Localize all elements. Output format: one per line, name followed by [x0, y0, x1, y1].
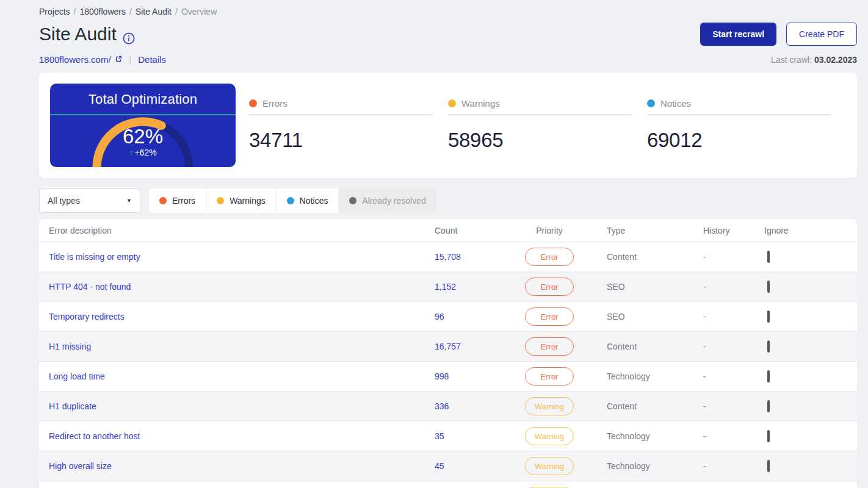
- summary-stats: Errors 34711 Warnings 58965 Notices 6901…: [236, 84, 846, 167]
- type-cell: SEO: [586, 282, 702, 292]
- error-description-link[interactable]: Temporary redirects: [49, 312, 125, 321]
- ignore-checkbox[interactable]: [767, 251, 770, 263]
- count-link[interactable]: 998: [433, 371, 513, 381]
- table-row: HTTP 404 - not found 1,152 Error SEO -: [39, 272, 857, 302]
- history-cell: -: [702, 282, 763, 292]
- error-description-link[interactable]: Redirect to another host: [49, 431, 140, 441]
- breadcrumb-link-projects[interactable]: Projects: [39, 7, 70, 16]
- site-url-text: 1800flowers.com/: [39, 54, 111, 65]
- ignore-checkbox[interactable]: [767, 340, 770, 353]
- tab-warnings[interactable]: Warnings: [206, 188, 277, 213]
- stat-value: 58965: [448, 129, 632, 152]
- history-cell: -: [702, 312, 763, 321]
- up-arrow-icon: ↑: [129, 148, 133, 157]
- type-cell: Technology: [586, 371, 702, 381]
- last-crawl-label: Last crawl:: [771, 55, 812, 65]
- type-cell: Technology: [586, 461, 702, 471]
- stat-dot-icon: [647, 99, 655, 107]
- external-link-icon: [115, 54, 123, 65]
- details-link[interactable]: Details: [138, 54, 166, 65]
- stat-label: Errors: [262, 98, 288, 109]
- error-description-link[interactable]: H1 missing: [49, 342, 91, 351]
- chevron-down-icon: ▼: [126, 198, 132, 204]
- ignore-checkbox[interactable]: [767, 370, 770, 382]
- error-description-link[interactable]: Title is missing or empty: [49, 252, 140, 262]
- type-filter-dropdown[interactable]: All types ▼: [39, 188, 140, 213]
- breadcrumb: Projects/1800flowers/Site Audit/Overview: [39, 0, 857, 16]
- error-description-link[interactable]: Long load time: [49, 371, 105, 381]
- info-icon[interactable]: [123, 28, 135, 40]
- stat-label: Warnings: [461, 98, 500, 109]
- breadcrumb-link-site-audit[interactable]: Site Audit: [136, 7, 172, 16]
- tab-label: Warnings: [230, 196, 266, 206]
- table-row: Temporary redirects 96 Error SEO -: [39, 302, 857, 332]
- count-link[interactable]: 35: [433, 431, 513, 441]
- table-row: Warning: [39, 481, 857, 488]
- history-cell: -: [702, 431, 763, 441]
- breadcrumb-separator: /: [129, 7, 132, 16]
- column-header-error-description: Error description: [39, 226, 433, 235]
- priority-badge: Error: [525, 337, 574, 356]
- gauge-delta-value: +62%: [134, 148, 156, 157]
- stat-dot-icon: [448, 99, 456, 107]
- column-header-ignore: Ignore: [763, 226, 857, 235]
- page-title: Site Audit: [39, 24, 135, 45]
- count-link[interactable]: 96: [433, 312, 513, 321]
- error-description-link[interactable]: HTTP 404 - not found: [49, 282, 131, 292]
- error-description-link[interactable]: High overall size: [49, 461, 112, 471]
- breadcrumb-separator: /: [175, 7, 178, 16]
- summary-card: Total Optimization 62% ↑+62% Errors 3471…: [39, 73, 857, 178]
- severity-tabs: Errors Warnings Notices Already resolved: [149, 188, 436, 213]
- history-cell: -: [702, 461, 763, 471]
- table-header: Error description Count Priority Type Hi…: [39, 219, 857, 242]
- history-cell: -: [702, 401, 763, 411]
- ignore-checkbox[interactable]: [767, 400, 770, 412]
- table-row: H1 missing 16,757 Error Content -: [39, 332, 857, 362]
- tab-dot-icon: [159, 197, 167, 204]
- ignore-checkbox[interactable]: [767, 430, 770, 442]
- count-link[interactable]: 15,708: [433, 252, 513, 262]
- count-link[interactable]: 1,152: [433, 282, 513, 292]
- start-recrawl-button[interactable]: Start recrawl: [700, 23, 776, 46]
- ignore-checkbox[interactable]: [767, 281, 770, 293]
- stat-value: 69012: [647, 129, 831, 152]
- last-crawl-date: 03.02.2023: [814, 55, 857, 65]
- breadcrumb-link-1800flowers[interactable]: 1800flowers: [79, 7, 126, 16]
- tab-errors[interactable]: Errors: [149, 188, 206, 213]
- tab-dot-icon: [217, 197, 224, 204]
- stat-dot-icon: [249, 99, 257, 107]
- gauge-title: Total Optimization: [50, 92, 236, 107]
- history-cell: -: [702, 342, 763, 351]
- error-description-link[interactable]: H1 duplicate: [49, 401, 96, 411]
- ignore-checkbox[interactable]: [767, 310, 770, 323]
- table-body: Title is missing or empty 15,708 Error C…: [39, 242, 857, 488]
- tab-notices[interactable]: Notices: [277, 188, 339, 213]
- column-header-priority: Priority: [513, 226, 586, 235]
- title-row: Site Audit Start recrawl Create PDF: [39, 23, 857, 46]
- stat-value: 34711: [249, 129, 433, 152]
- type-cell: Content: [586, 342, 702, 351]
- column-header-history: History: [702, 226, 763, 235]
- tab-label: Notices: [300, 196, 328, 206]
- count-link[interactable]: 16,757: [433, 342, 513, 351]
- table-row: Long load time 998 Error Technology -: [39, 362, 857, 392]
- tab-already-resolved[interactable]: Already resolved: [339, 188, 436, 213]
- type-filter-value: All types: [48, 196, 80, 206]
- stat-warnings: Warnings 58965: [448, 98, 632, 167]
- ignore-checkbox[interactable]: [767, 460, 770, 472]
- priority-badge: Warning: [525, 457, 574, 475]
- stat-notices: Notices 69012: [647, 98, 831, 167]
- type-cell: Content: [586, 401, 702, 411]
- filter-row: All types ▼ Errors Warnings Notices Alre…: [39, 188, 857, 213]
- url-row: 1800flowers.com/ | Details Last crawl: 0…: [39, 54, 857, 65]
- last-crawl: Last crawl: 03.02.2023: [771, 55, 857, 65]
- create-pdf-button[interactable]: Create PDF: [786, 23, 857, 46]
- tab-label: Errors: [172, 196, 195, 206]
- count-link[interactable]: 45: [433, 461, 513, 471]
- priority-badge: Error: [525, 248, 574, 266]
- count-link[interactable]: 336: [433, 401, 513, 411]
- stat-errors: Errors 34711: [249, 98, 433, 167]
- issues-table: Error description Count Priority Type Hi…: [39, 219, 857, 488]
- gauge-delta: ↑+62%: [50, 148, 236, 157]
- site-url-link[interactable]: 1800flowers.com/: [39, 54, 123, 65]
